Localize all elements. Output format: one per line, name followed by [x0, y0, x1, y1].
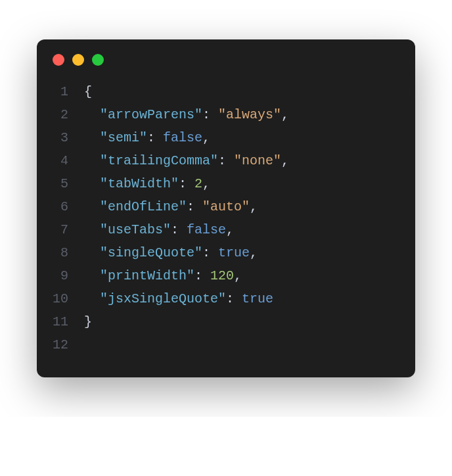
line-number: 12: [37, 333, 84, 356]
code-text: "arrowParens": "always",: [84, 103, 289, 126]
line-number: 11: [37, 310, 84, 333]
line-number: 5: [37, 172, 84, 195]
code-text: "jsxSingleQuote": true: [84, 287, 273, 310]
code-line: 2 "arrowParens": "always",: [37, 103, 399, 126]
code-editor[interactable]: 1 { 2 "arrowParens": "always", 3 "semi":…: [37, 78, 415, 362]
code-line: 10 "jsxSingleQuote": true: [37, 287, 399, 310]
line-number: 10: [37, 287, 84, 310]
minimize-icon[interactable]: [72, 54, 84, 66]
line-number: 4: [37, 149, 84, 172]
code-line: 6 "endOfLine": "auto",: [37, 195, 399, 218]
line-number: 7: [37, 218, 84, 241]
code-line: 12: [37, 333, 399, 356]
zoom-icon[interactable]: [92, 54, 104, 66]
code-text: {: [84, 80, 92, 103]
code-line: 7 "useTabs": false,: [37, 218, 399, 241]
code-text: [84, 333, 92, 356]
code-text: "tabWidth": 2,: [84, 172, 210, 195]
code-line: 4 "trailingComma": "none",: [37, 149, 399, 172]
code-window: 1 { 2 "arrowParens": "always", 3 "semi":…: [37, 39, 415, 377]
code-text: "useTabs": false,: [84, 218, 234, 241]
code-text: "semi": false,: [84, 126, 210, 149]
code-text: }: [84, 310, 92, 333]
titlebar: [37, 39, 415, 78]
code-text: "trailingComma": "none",: [84, 149, 289, 172]
line-number: 3: [37, 126, 84, 149]
code-text: "singleQuote": true,: [84, 241, 258, 264]
line-number: 9: [37, 264, 84, 287]
code-line: 11 }: [37, 310, 399, 333]
code-text: "printWidth": 120,: [84, 264, 242, 287]
line-number: 6: [37, 195, 84, 218]
line-number: 2: [37, 103, 84, 126]
code-text: "endOfLine": "auto",: [84, 195, 258, 218]
code-line: 9 "printWidth": 120,: [37, 264, 399, 287]
code-line: 3 "semi": false,: [37, 126, 399, 149]
line-number: 1: [37, 80, 84, 103]
code-line: 8 "singleQuote": true,: [37, 241, 399, 264]
code-line: 1 {: [37, 80, 399, 103]
code-line: 5 "tabWidth": 2,: [37, 172, 399, 195]
line-number: 8: [37, 241, 84, 264]
close-icon[interactable]: [53, 54, 64, 66]
